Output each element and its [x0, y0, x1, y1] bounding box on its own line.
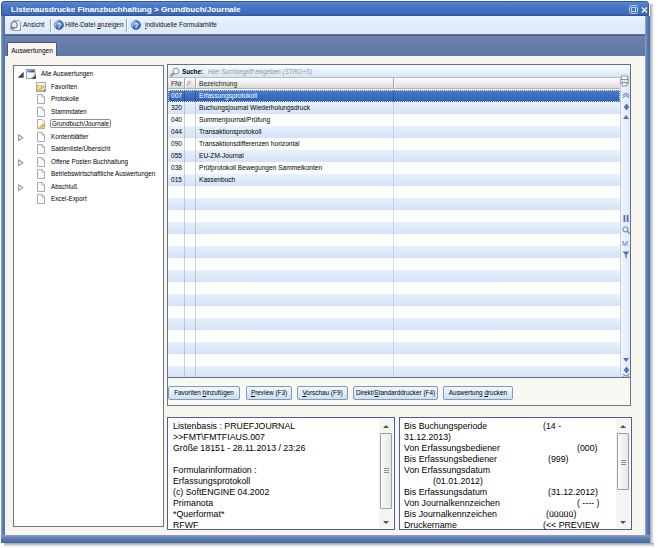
svg-text:?: ? — [134, 21, 139, 30]
svg-text:M: M — [622, 240, 628, 247]
svg-text:?: ? — [57, 21, 62, 30]
